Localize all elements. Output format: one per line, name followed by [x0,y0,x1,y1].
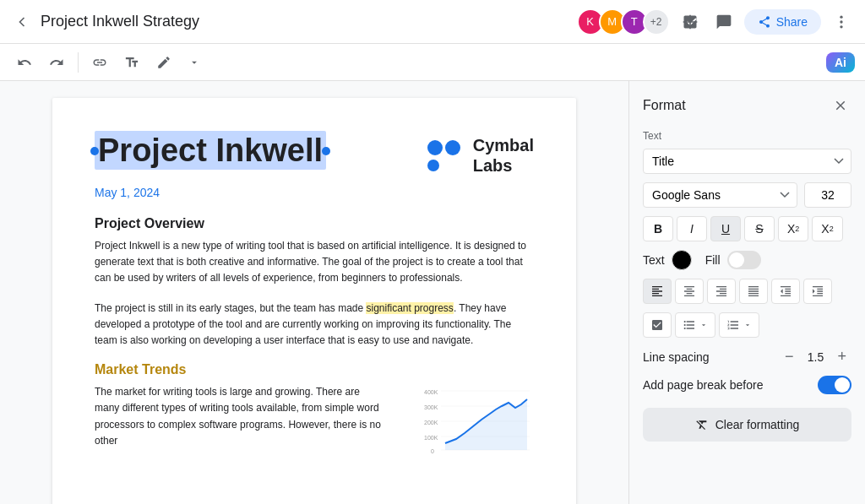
clear-formatting-button[interactable]: Clear formatting [643,408,851,442]
underline-button[interactable]: U [710,216,741,241]
spacing-controls: − 1.5 + [780,346,851,367]
text-color-swatch[interactable] [672,250,692,270]
format-panel: Format Text Title Heading 1 Heading 2 No… [628,81,865,504]
svg-point-1 [840,20,842,23]
font-row: Google Sans Arial Times New Roman [643,182,851,208]
spacing-increase-button[interactable]: + [832,346,851,367]
pen-button[interactable] [150,51,178,74]
text-color-label: Text [643,253,665,267]
cymbal-circles [427,140,465,171]
alignment-row [643,279,851,304]
bullet-list-button[interactable] [675,312,715,338]
svg-text:0: 0 [431,448,434,454]
circle-3 [427,160,439,171]
font-family-select[interactable]: Google Sans Arial Times New Roman [643,182,797,208]
comment-button[interactable] [710,8,737,35]
align-center-button[interactable] [675,279,704,304]
circle-2 [445,140,460,155]
market-paragraph: The market for writing tools is large an… [95,384,385,449]
align-right-button[interactable] [707,279,736,304]
document-page: Project Inkwell CymbalLabs May 1, 2024 P… [52,98,576,504]
line-spacing-label: Line spacing [643,350,710,364]
checklist-button[interactable] [643,312,672,338]
font-size-input[interactable] [804,182,851,208]
svg-text:100K: 100K [424,435,438,441]
overview-p1: Project Inkwell is a new type of writing… [95,238,534,287]
share-button[interactable]: Share [744,9,821,35]
text-format-buttons: B I U S X2 X2 [643,216,851,241]
selection-handle-left [90,147,99,155]
header-actions: K M T +2 Share [582,8,855,35]
document-area[interactable]: Project Inkwell CymbalLabs May 1, 2024 P… [0,81,628,504]
link-button[interactable] [85,51,114,74]
market-text: The market for writing tools is large an… [95,384,385,460]
doc-date: May 1, 2024 [95,186,534,199]
chevron-down-button[interactable] [182,52,207,73]
svg-text:300K: 300K [424,404,438,410]
text-style-button[interactable] [117,51,146,74]
text-section-label: Text [643,130,851,142]
cymbal-logo: CymbalLabs [427,135,534,176]
selection-handle-right [322,147,330,155]
clear-formatting-label: Clear formatting [715,418,800,431]
align-left-button[interactable] [643,279,672,304]
indent-increase-button[interactable] [803,279,832,304]
undo-button[interactable] [10,51,39,74]
market-row: The market for writing tools is large an… [95,384,534,460]
strikethrough-button[interactable]: S [744,216,775,241]
add-collaborator-button[interactable] [677,8,704,35]
page-break-row: Add page break before [643,376,851,394]
format-panel-title: Format [643,98,686,113]
numbered-list-button[interactable] [719,312,759,338]
avatar-overflow[interactable]: +2 [643,8,670,35]
collaborators: K M T +2 [582,8,670,35]
page-break-toggle[interactable] [818,376,851,394]
page-break-label: Add page break before [643,378,763,392]
market-chart: 400K 300K 200K 100K 0 [399,384,534,460]
svg-text:200K: 200K [424,420,438,425]
subscript-button[interactable]: X2 [812,216,842,241]
text-style-select[interactable]: Title Heading 1 Heading 2 Normal text [643,149,851,174]
market-heading: Market Trends [95,362,534,377]
style-row: Title Heading 1 Heading 2 Normal text [643,149,851,174]
superscript-button[interactable]: X2 [778,216,808,241]
overview-highlight: significant progress [366,302,453,314]
svg-point-2 [840,25,842,28]
cymbal-name: CymbalLabs [473,135,534,176]
doc-title-row: Project Inkwell CymbalLabs [95,132,534,176]
main-content: Project Inkwell CymbalLabs May 1, 2024 P… [0,81,865,504]
redo-button[interactable] [42,51,71,74]
app-header: Project Inkwell Strategy K M T +2 Share [0,0,865,44]
more-options-button[interactable] [828,8,855,35]
circle-1 [427,140,443,155]
line-spacing-row: Line spacing − 1.5 + [643,346,851,367]
indent-decrease-button[interactable] [771,279,800,304]
overview-p2-pre: The project is still in its early stages… [95,302,366,314]
spacing-decrease-button[interactable]: − [780,346,799,367]
doc-title: Project Inkwell [95,131,326,170]
share-label: Share [776,15,808,29]
back-button[interactable] [10,10,34,34]
format-panel-header: Format [643,95,851,117]
toolbar-divider-1 [78,52,79,73]
spacing-value: 1.5 [805,350,825,364]
text-color-item: Text [643,250,692,270]
overview-heading: Project Overview [95,216,534,231]
fill-toggle-dot [729,252,744,268]
close-format-panel-button[interactable] [830,95,851,117]
overview-p2: The project is still in its early stages… [95,301,534,350]
bold-button[interactable]: B [643,216,673,241]
list-row [643,312,851,338]
toggle-dot [835,377,850,393]
fill-toggle[interactable] [727,251,761,269]
fill-color-label: Fill [705,253,721,267]
ai-button[interactable]: Ai [826,52,855,73]
svg-point-0 [840,15,842,18]
color-row: Text Fill [643,250,851,270]
italic-button[interactable]: I [677,216,707,241]
svg-text:400K: 400K [424,389,438,395]
align-justify-button[interactable] [739,279,768,304]
document-title: Project Inkwell Strategy [41,13,575,30]
fill-color-item: Fill [705,251,761,269]
toolbar: Ai [0,44,865,81]
